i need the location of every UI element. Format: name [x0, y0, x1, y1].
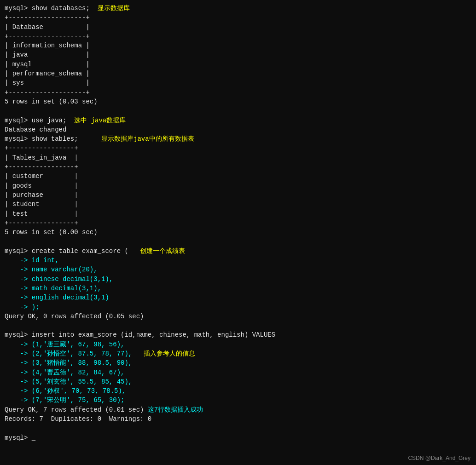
line-id: -> id int,: [5, 256, 471, 265]
line-row7: -> (7,'宋公明', 75, 65, 30);: [5, 396, 471, 405]
line-use-java: mysql> use java; 选中 java数据库: [5, 116, 471, 125]
header-tables: | Tables_in_java |: [5, 153, 471, 162]
db-mysql: | mysql |: [5, 60, 471, 69]
border-4: +-----------------+: [5, 144, 471, 153]
terminal-window: mysql> show databases; 显示数据库 +----------…: [0, 0, 476, 465]
line-show-databases: mysql> show databases; 显示数据库: [5, 4, 471, 13]
border-2: +--------------------+: [5, 32, 471, 41]
border-3: +--------------------+: [5, 88, 471, 97]
table-customer: | customer |: [5, 172, 471, 181]
line-row6: -> (6,'孙权', 70, 73, 78.5),: [5, 386, 471, 396]
db-perf-schema: | performance_schema |: [5, 69, 471, 78]
footer-watermark: CSDN @Dark_And_Grey: [408, 455, 470, 461]
line-name: -> name varchar(20),: [5, 265, 471, 274]
line-row1: -> (1,'唐三藏', 67, 98, 56),: [5, 340, 471, 349]
blank-3: [5, 321, 471, 330]
table-purchase: | purchase |: [5, 190, 471, 200]
line-row2: -> (2,'孙悟空', 87.5, 78, 77), 插入参考人的信息: [5, 349, 471, 358]
result-5rows-db: 5 rows in set (0.03 sec): [5, 97, 471, 106]
border-1: +--------------------+: [5, 13, 471, 22]
result-5rows-tables: 5 rows in set (0.00 sec): [5, 228, 471, 237]
line-row3: -> (3,'猪悟能', 88, 98.5, 90),: [5, 358, 471, 367]
header-database: | Database |: [5, 23, 471, 32]
blank-2: [5, 237, 471, 246]
blank-1: [5, 106, 471, 115]
line-close-paren: -> );: [5, 303, 471, 312]
line-row4: -> (4,'曹孟德', 82, 84, 67),: [5, 368, 471, 377]
db-sys: | sys |: [5, 78, 471, 87]
blank-4: [5, 424, 471, 433]
line-show-tables: mysql> show tables; 显示数据库java中的所有数据表: [5, 134, 471, 144]
final-prompt[interactable]: mysql> _: [5, 433, 471, 442]
db-java: | java |: [5, 50, 471, 59]
db-changed: Database changed: [5, 125, 471, 134]
line-english: -> english decimal(3,1): [5, 293, 471, 302]
table-student: | student |: [5, 200, 471, 209]
table-goods: | goods |: [5, 181, 471, 190]
border-6: +-----------------+: [5, 218, 471, 228]
line-insert: mysql> insert into exam_score (id,name, …: [5, 330, 471, 339]
line-math: -> math decimal(3,1),: [5, 284, 471, 293]
query-ok-insert: Query OK, 7 rows affected (0.01 sec) 这7行…: [5, 405, 471, 414]
table-test: | test |: [5, 209, 471, 218]
records-line: Records: 7 Duplicates: 0 Warnings: 0: [5, 414, 471, 424]
db-info-schema: | information_schema |: [5, 41, 471, 50]
line-create-table: mysql> create table exam_score ( 创建一个成绩表: [5, 247, 471, 256]
border-5: +-----------------+: [5, 162, 471, 172]
line-chinese: -> chinese decimal(3,1),: [5, 275, 471, 284]
line-row5: -> (5,'刘玄德', 55.5, 85, 45),: [5, 377, 471, 386]
query-ok-create: Query OK, 0 rows affected (0.05 sec): [5, 312, 471, 321]
